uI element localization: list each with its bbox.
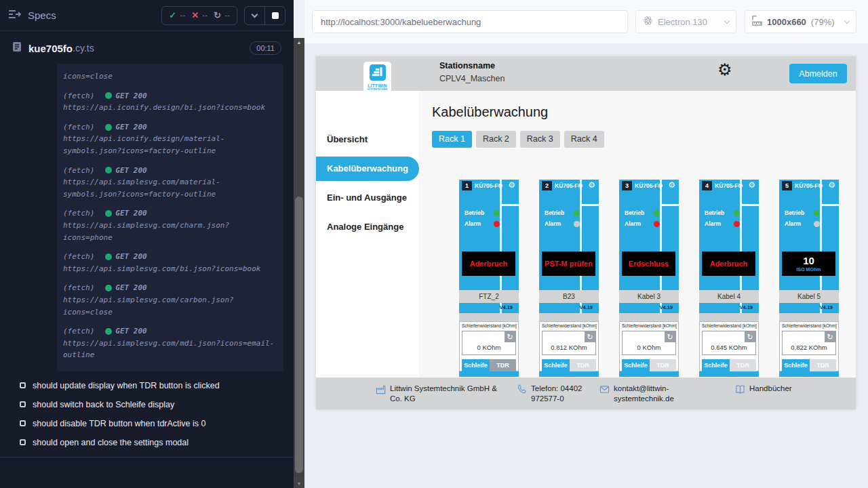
specs-menu-icon[interactable] (8, 9, 22, 22)
settings-gear-icon[interactable]: ⚙ (717, 62, 732, 78)
log-entry[interactable]: (fetch)GET 200https://api.simplesvg.com/… (63, 251, 277, 274)
stat-failed: ✕-- (191, 10, 208, 20)
fetch-label: (fetch) (63, 282, 94, 294)
collapse-button[interactable] (245, 7, 264, 24)
refresh-button[interactable]: ↻ (505, 331, 515, 342)
footer-text: Littwin Systemtechnik GmbH & Co. KG (390, 384, 510, 404)
alarm-text: Aderbruch (710, 260, 748, 268)
email-icon (599, 384, 610, 404)
scroll-down-icon[interactable]: ▼ (294, 481, 304, 486)
schleife-button[interactable]: Schleife (622, 359, 650, 371)
firmware-version: V4.19 (739, 304, 753, 310)
url-input[interactable] (312, 10, 628, 33)
log-entry[interactable]: (fetch)GET 200https://api.simplesvg.com/… (63, 325, 277, 361)
reporter-scrollbar[interactable]: ▲ ▼ (294, 38, 304, 488)
card-divider (822, 204, 839, 206)
log-entry[interactable]: (fetch)GET 200https://api.simplesvg.com/… (63, 165, 277, 201)
test-item[interactable]: should switch back to Schleife display (20, 400, 294, 409)
sidebar-item-analoge-eingänge[interactable]: Analoge Eingänge (316, 215, 419, 239)
sidebar-item-ein-und-ausgänge[interactable]: Ein- und Ausgänge (316, 186, 419, 210)
run-controls (244, 6, 285, 25)
betrieb-led-row: Betrieb (625, 209, 660, 216)
specs-label[interactable]: Specs (28, 9, 56, 21)
card-settings-gear-icon[interactable]: ⚙ (508, 181, 515, 189)
resistance-display: ↻0.822 KOhm (782, 331, 836, 355)
viewport-select[interactable]: 1000x660 (79%) (745, 10, 856, 33)
electron-icon (643, 16, 653, 28)
schleife-button[interactable]: Schleife (462, 359, 490, 371)
betrieb-led-row: Betrieb (465, 209, 500, 216)
cable-name: FTZ_2 (459, 290, 519, 303)
device-model: KÜ705-FO (715, 182, 743, 189)
test-item[interactable]: should open and close the settings modal (20, 438, 294, 447)
card-divider (582, 204, 599, 206)
stop-button[interactable] (265, 7, 285, 24)
tdr-button[interactable]: TDR (730, 359, 756, 371)
fetch-label: (fetch) (63, 165, 94, 177)
footer-item[interactable]: Handbücher (735, 384, 830, 397)
card-spacer (539, 313, 599, 321)
test-title: should update display when TDR button is… (33, 381, 220, 390)
cypress-reporter-panel: Specs ✓-- ✕-- ↻-- kue705fo .cy.ts 00:11 … (0, 0, 294, 488)
refresh-button[interactable]: ↻ (745, 331, 755, 342)
tab-rack-3[interactable]: Rack 3 (520, 131, 560, 148)
resistance-label: Schleifenwiderstand [kOhm] (702, 323, 758, 328)
footer-item: kontakt@littwin-systemtechnik.de (599, 384, 682, 404)
card-settings-gear-icon[interactable]: ⚙ (668, 181, 675, 189)
log-status-line: (fetch)GET 200 (63, 165, 277, 177)
sidebar-item-übersicht[interactable]: Übersicht (316, 127, 419, 152)
card-settings-gear-icon[interactable]: ⚙ (828, 181, 835, 189)
stat-passed: ✓-- (169, 10, 185, 20)
schleife-button[interactable]: Schleife (542, 359, 570, 371)
device-card: 4KÜ705-FO⚙BetriebAlarmAderbruchKabel 4V4… (699, 180, 759, 377)
log-entry[interactable]: (fetch)GET 200https://api.simplesvg.com/… (63, 282, 277, 318)
refresh-button[interactable]: ↻ (585, 331, 595, 342)
device-card: 3KÜ705-FO⚙BetriebAlarmErdschlussKabel 3V… (619, 180, 679, 377)
spec-file-icon (12, 41, 22, 55)
station-value: CPLV4_Maschen (439, 74, 505, 83)
mode-buttons: SchleifeTDR (462, 359, 516, 371)
card-settings-gear-icon[interactable]: ⚙ (748, 181, 755, 189)
scrollbar-thumb[interactable] (295, 197, 303, 473)
station-info: Stationsname CPLV4_Maschen (439, 61, 505, 83)
sidebar-item-kabelüberwachung[interactable]: Kabelüberwachung (316, 157, 419, 181)
card-settings-gear-icon[interactable]: ⚙ (588, 181, 595, 189)
chevron-down-icon (252, 11, 258, 18)
test-state-icon (20, 420, 26, 426)
littwin-logo: LITTWIN SYSTEMTECHNIK (363, 62, 391, 100)
viewport-size: 1000x660 (767, 17, 806, 27)
test-item[interactable]: should update display when TDR button is… (20, 381, 294, 390)
log-entry[interactable]: (fetch)GET 200https://api.iconify.design… (63, 121, 277, 157)
failed-count: -- (202, 11, 208, 20)
refresh-button[interactable]: ↻ (825, 331, 835, 342)
card-spacer (699, 313, 759, 321)
spec-row[interactable]: kue705fo .cy.ts 00:11 (0, 41, 294, 55)
tdr-button[interactable]: TDR (490, 359, 516, 371)
log-status-line: (fetch)GET 200 (63, 90, 277, 102)
success-dot-icon (105, 328, 112, 335)
schleife-button[interactable]: Schleife (782, 359, 810, 371)
mode-buttons: SchleifeTDR (782, 359, 836, 371)
refresh-button[interactable]: ↻ (665, 331, 675, 342)
tab-rack-2[interactable]: Rack 2 (476, 131, 516, 148)
log-entry[interactable]: (fetch)GET 200https://api.iconify.design… (63, 90, 277, 114)
logout-button[interactable]: Abmelden (789, 64, 847, 83)
chevron-down-icon (844, 18, 850, 23)
scroll-up-icon[interactable]: ▲ (294, 40, 304, 45)
status-display: Aderbruch (462, 251, 515, 276)
ruler-icon (752, 16, 762, 28)
device-model: KÜ705-FO (555, 182, 583, 189)
fetch-label: (fetch) (63, 325, 94, 338)
log-entry[interactable]: (fetch)GET 200https://api.simplesvg.com/… (63, 207, 277, 243)
tab-rack-4[interactable]: Rack 4 (564, 131, 604, 148)
schleife-button[interactable]: Schleife (702, 359, 730, 371)
tab-rack-1[interactable]: Rack 1 (432, 131, 472, 148)
test-item[interactable]: should disable TDR button when tdrActive… (20, 419, 294, 428)
device-cards: 1KÜ705-FO⚙BetriebAlarmAderbruchFTZ_2V4.1… (459, 180, 839, 377)
browser-select[interactable]: Electron 130 (635, 10, 736, 33)
viewport-zoom: (79%) (811, 17, 835, 27)
tdr-button[interactable]: TDR (810, 359, 836, 371)
tdr-button[interactable]: TDR (570, 359, 596, 371)
tdr-button[interactable]: TDR (650, 359, 676, 371)
resistance-panel: Schleifenwiderstand [kOhm]↻0.645 KOhmSch… (699, 321, 759, 371)
